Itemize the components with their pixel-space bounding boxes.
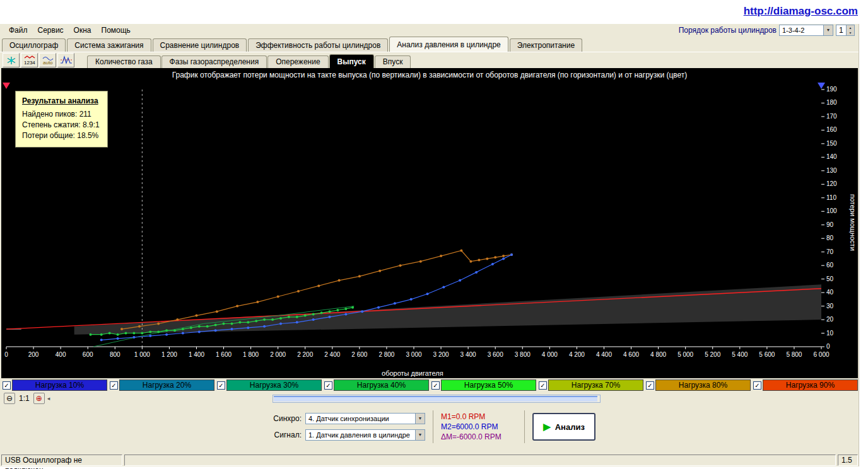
legend-item-7[interactable]: Нагрузка 90%	[752, 379, 858, 391]
svg-text:80: 80	[826, 234, 834, 241]
legend-item-2[interactable]: Нагрузка 30%	[216, 379, 322, 391]
sub-tab-3[interactable]: Выпуск	[329, 54, 374, 68]
plot-canvas[interactable]: 02004006008001 0001 2001 4001 6001 8002 …	[1, 82, 858, 363]
y-axis-label: потери мощности	[849, 194, 857, 251]
horizontal-scrollbar[interactable]	[273, 395, 601, 403]
sync-select[interactable]: 4. Датчик синхронизации ▼	[305, 413, 425, 424]
zoom-row: ⊖ 1:1 ⊕ ◂	[1, 392, 858, 405]
main-tab-0[interactable]: Осциллограф	[2, 38, 66, 52]
play-icon: ▶	[543, 421, 551, 432]
svg-text:1 400: 1 400	[189, 351, 204, 358]
auto-scale-icon-button[interactable]: auto	[39, 53, 56, 67]
svg-text:400: 400	[56, 351, 66, 358]
svg-text:1 600: 1 600	[216, 351, 232, 358]
svg-text:5 000: 5 000	[677, 351, 693, 358]
sub-tab-1[interactable]: Фазы газораспределения	[161, 55, 267, 68]
zoom-out-button[interactable]: ⊖	[4, 393, 15, 404]
sync-label: Синхро:	[271, 414, 302, 423]
chart-area[interactable]: График отображает потери мощности на так…	[1, 68, 858, 378]
legend-color-bar-6[interactable]: Нагрузка 80%	[655, 379, 751, 391]
legend-item-0[interactable]: Нагрузка 10%	[1, 379, 107, 391]
menu-item-0[interactable]: Файл	[4, 25, 33, 36]
sub-tab-2[interactable]: Опережение	[267, 55, 328, 68]
analyze-button[interactable]: ▶ Анализ	[532, 413, 595, 441]
legend-item-6[interactable]: Нагрузка 80%	[645, 379, 751, 391]
legend-color-bar-5[interactable]: Нагрузка 70%	[548, 379, 643, 391]
m1-readout: M1=0.0 RPM	[441, 412, 517, 422]
controls-panel: Синхро: 4. Датчик синхронизации ▼ Сигнал…	[271, 407, 599, 446]
svg-text:140: 140	[826, 153, 837, 160]
analyze-label: Анализ	[555, 422, 585, 432]
legend-color-bar-7[interactable]: Нагрузка 90%	[763, 379, 858, 391]
sub-tab-4[interactable]: Впуск	[375, 55, 411, 68]
svg-text:0: 0	[4, 351, 8, 358]
zoom-in-button[interactable]: ⊕	[33, 393, 45, 404]
chevron-down-icon[interactable]: ▼	[415, 414, 425, 424]
svg-text:2 000: 2 000	[270, 351, 286, 358]
delta-m-readout: ΔM=-6000.0 RPM	[441, 432, 517, 442]
legend-checkbox-2[interactable]	[217, 381, 225, 390]
svg-text:5 400: 5 400	[732, 351, 748, 358]
legend-checkbox-1[interactable]	[110, 381, 118, 390]
legend-checkbox-4[interactable]	[431, 381, 440, 390]
svg-text:3 400: 3 400	[460, 351, 476, 358]
main-tab-4[interactable]: Анализ давления в цилиндре	[389, 37, 508, 52]
legend-item-1[interactable]: Нагрузка 20%	[108, 379, 214, 391]
menu-item-1[interactable]: Сервис	[33, 25, 69, 36]
main-tab-5[interactable]: Электропитание	[510, 38, 582, 52]
cylinder-number-spinner[interactable]: 1 ▲ ▼	[836, 25, 855, 36]
menu-item-3[interactable]: Помощь	[97, 25, 136, 36]
svg-text:2 600: 2 600	[351, 351, 367, 358]
chevron-down-icon[interactable]: ▼	[415, 430, 425, 440]
sub-tab-0[interactable]: Количество газа	[87, 55, 161, 68]
marker-readouts: M1=0.0 RPM M2=6000.0 RPM ΔM=-6000.0 RPM	[441, 412, 517, 442]
chevron-down-icon[interactable]: ▼	[823, 25, 833, 35]
menu-item-2[interactable]: Окна	[69, 25, 97, 36]
waveform-icon-button[interactable]	[57, 53, 74, 67]
legend-color-bar-4[interactable]: Нагрузка 50%	[441, 379, 536, 391]
zoom-ratio: 1:1	[19, 394, 30, 403]
svg-text:5 800: 5 800	[786, 351, 802, 358]
legend-color-bar-1[interactable]: Нагрузка 20%	[119, 379, 214, 391]
legend-checkbox-0[interactable]	[3, 381, 11, 390]
cylinder-order-select[interactable]: 1-3-4-2 ▼	[779, 25, 833, 36]
legend-checkbox-5[interactable]	[539, 381, 547, 390]
cylinder-order-1234-icon-button[interactable]: 1234	[21, 53, 38, 67]
main-tab-1[interactable]: Система зажигания	[67, 38, 151, 52]
site-url[interactable]: http://diamag-osc.com	[744, 5, 858, 18]
cylinder-order-1234-icon: 1234	[23, 55, 36, 66]
svg-text:110: 110	[826, 194, 836, 201]
gas-sensor-icon-button[interactable]	[3, 53, 20, 67]
spinner-up-icon[interactable]: ▲	[846, 25, 854, 30]
signal-select[interactable]: 1. Датчик давления в цилиндре ▼	[305, 429, 425, 441]
svg-text:800: 800	[110, 351, 120, 358]
svg-text:190: 190	[826, 86, 837, 93]
menu-items: ФайлСервисОкнаПомощь	[4, 25, 136, 36]
sub-tabs: Количество газаФазы газораспределенияОпе…	[87, 53, 411, 68]
legend-color-bar-3[interactable]: Нагрузка 40%	[334, 379, 429, 391]
cylinder-order-group: Порядок работы цилиндров 1-3-4-2 ▼ 1 ▲ ▼	[679, 25, 855, 36]
legend-checkbox-7[interactable]	[753, 381, 761, 390]
scrollbar-thumb[interactable]	[274, 396, 597, 402]
divider	[524, 410, 525, 443]
spinner-down-icon[interactable]: ▼	[846, 30, 854, 35]
legend-color-bar-0[interactable]: Нагрузка 10%	[12, 379, 107, 391]
svg-text:10: 10	[826, 330, 834, 337]
svg-text:4 000: 4 000	[542, 351, 558, 358]
legend-checkbox-6[interactable]	[646, 381, 654, 390]
svg-text:1 800: 1 800	[243, 351, 259, 358]
sync-value: 4. Датчик синхронизации	[308, 415, 389, 422]
legend-item-4[interactable]: Нагрузка 50%	[430, 379, 536, 391]
divider	[433, 410, 433, 443]
status-spacer	[124, 455, 836, 466]
legend-item-5[interactable]: Нагрузка 70%	[537, 379, 643, 391]
legend-item-3[interactable]: Нагрузка 40%	[323, 379, 429, 391]
svg-text:3 200: 3 200	[433, 351, 449, 358]
main-tab-2[interactable]: Сравнение цилиндров	[153, 38, 247, 52]
main-tab-3[interactable]: Эффективность работы цилиндров	[248, 38, 388, 52]
status-bar: USB Осциллограф не подключен 1.5	[0, 454, 859, 466]
scroll-left-arrow-icon[interactable]: ◂	[47, 395, 50, 402]
m1-cursor-icon	[3, 83, 10, 89]
legend-checkbox-3[interactable]	[324, 381, 332, 390]
legend-color-bar-2[interactable]: Нагрузка 30%	[226, 379, 322, 391]
